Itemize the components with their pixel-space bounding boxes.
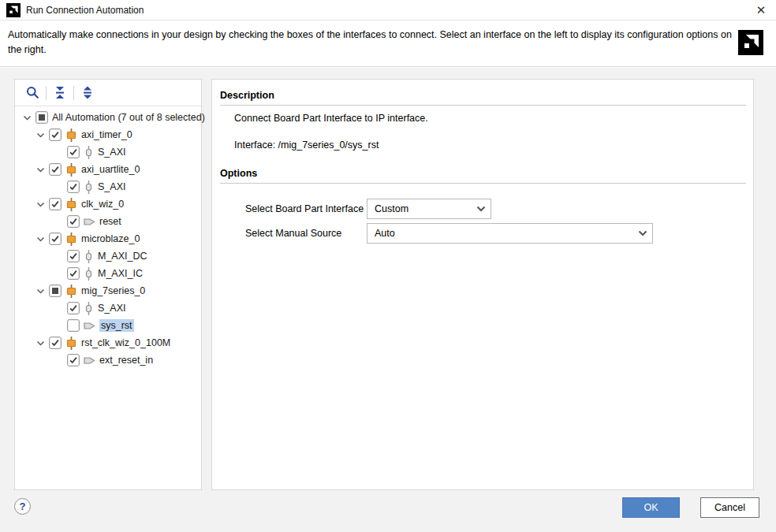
tree-toolbar — [15, 80, 201, 106]
ip-icon — [65, 198, 77, 211]
close-icon[interactable]: ✕ — [752, 2, 770, 19]
chevron-down-icon[interactable] — [36, 339, 45, 348]
tree-row-axi-timer-0[interactable]: axi_timer_0 — [15, 126, 201, 143]
chevron-down-icon[interactable] — [36, 131, 45, 140]
manual-source-row: Select Manual Source Auto — [245, 223, 653, 244]
checked-checkbox[interactable] — [67, 354, 80, 366]
tree-row-ext-reset-in[interactable]: ext_reset_in — [15, 352, 201, 369]
manual-source-label: Select Manual Source — [245, 228, 367, 239]
tree-row-sys-rst[interactable]: sys_rst — [15, 317, 201, 334]
title-bar: Run Connection Automation ✕ — [0, 0, 776, 20]
pin-icon — [84, 355, 95, 366]
checked-checkbox[interactable] — [49, 128, 62, 141]
tree-row-s-axi[interactable]: S_AXI — [15, 143, 201, 161]
checked-checkbox[interactable] — [49, 163, 62, 176]
ok-button[interactable]: OK — [622, 497, 680, 518]
tree-item-label[interactable]: S_AXI — [98, 303, 125, 314]
tree-row-m-axi-dc[interactable]: M_AXI_DC — [15, 247, 201, 265]
automation-tree-panel: All Automation (7 out of 8 selected)axi_… — [14, 79, 202, 490]
tree-item-label[interactable]: S_AXI — [98, 181, 125, 192]
chevron-down-icon[interactable] — [36, 287, 45, 296]
description-text: Connect Board Part Interface to IP inter… — [234, 113, 428, 124]
ip-icon — [65, 233, 77, 246]
ip-icon — [65, 128, 77, 142]
tree-item-label[interactable]: M_AXI_IC — [98, 268, 143, 279]
checked-checkbox[interactable] — [67, 215, 80, 228]
tree-item-label[interactable]: sys_rst — [99, 319, 134, 332]
help-button[interactable]: ? — [14, 498, 31, 515]
manual-source-value: Auto — [375, 228, 638, 239]
tree-item-label[interactable]: clk_wiz_0 — [81, 199, 124, 210]
checked-checkbox[interactable] — [49, 198, 62, 210]
tree-row-all-automation-7-out-of-8-selected[interactable]: All Automation (7 out of 8 selected) — [15, 109, 201, 126]
checked-checkbox[interactable] — [67, 180, 80, 193]
automation-tree: All Automation (7 out of 8 selected)axi_… — [15, 106, 201, 369]
configuration-panel: Description Connect Board Part Interface… — [211, 79, 754, 490]
app-logo-icon — [6, 3, 21, 17]
checked-checkbox[interactable] — [67, 267, 80, 280]
checked-checkbox[interactable] — [67, 146, 80, 158]
checked-checkbox[interactable] — [67, 250, 80, 262]
intf-icon — [84, 267, 94, 281]
tree-row-mig-7series-0[interactable]: mig_7series_0 — [15, 282, 201, 299]
board-part-interface-value: Custom — [375, 203, 476, 214]
intf-icon — [84, 302, 94, 315]
dialog-instructions: Automatically make connections in your d… — [8, 28, 732, 58]
help-icon: ? — [20, 500, 26, 512]
tree-row-m-axi-ic[interactable]: M_AXI_IC — [15, 265, 201, 282]
board-part-interface-select[interactable]: Custom — [367, 199, 491, 219]
checked-checkbox[interactable] — [49, 233, 62, 245]
partial-checkbox[interactable] — [49, 285, 62, 297]
tree-item-label[interactable]: All Automation (7 out of 8 selected) — [52, 112, 205, 123]
tree-row-clk-wiz-0[interactable]: clk_wiz_0 — [15, 195, 201, 213]
tree-item-label[interactable]: rst_clk_wiz_0_100M — [81, 337, 170, 348]
toolbar-separator — [46, 86, 47, 100]
tree-row-rst-clk-wiz-0-100m[interactable]: rst_clk_wiz_0_100M — [15, 334, 201, 352]
chevron-down-icon[interactable] — [36, 200, 45, 209]
checked-checkbox[interactable] — [49, 337, 62, 349]
chevron-down-icon — [638, 230, 647, 236]
pin-icon — [84, 217, 95, 227]
tree-row-microblaze-0[interactable]: microblaze_0 — [15, 230, 201, 247]
partial-checkbox[interactable] — [35, 111, 48, 124]
manual-source-select[interactable]: Auto — [367, 223, 653, 244]
description-heading: Description — [220, 90, 746, 106]
dialog-header: Automatically make connections in your d… — [0, 21, 776, 67]
ip-icon — [65, 337, 77, 350]
search-icon[interactable] — [21, 83, 43, 103]
board-part-interface-label: Select Board Part Interface — [245, 203, 367, 214]
tree-item-label[interactable]: S_AXI — [98, 147, 125, 158]
tree-row-axi-uartlite-0[interactable]: axi_uartlite_0 — [15, 161, 201, 178]
tree-item-label[interactable]: axi_uartlite_0 — [81, 164, 140, 175]
tree-item-label[interactable]: ext_reset_in — [99, 355, 153, 366]
window-title: Run Connection Automation — [26, 5, 144, 16]
tree-item-label[interactable]: axi_timer_0 — [81, 129, 132, 140]
options-heading: Options — [220, 168, 746, 184]
pin-icon — [84, 321, 95, 331]
chevron-down-icon[interactable] — [23, 113, 32, 122]
toolbar-separator — [73, 86, 74, 100]
intf-icon — [84, 250, 94, 263]
ip-icon — [65, 285, 77, 298]
expand-all-icon[interactable] — [76, 83, 99, 103]
tree-item-label[interactable]: mig_7series_0 — [81, 285, 145, 296]
interface-path-text: Interface: /mig_7series_0/sys_rst — [234, 140, 379, 151]
unchecked-checkbox[interactable] — [67, 319, 80, 332]
tree-item-label[interactable]: reset — [99, 216, 121, 227]
brand-logo-icon — [738, 30, 763, 55]
chevron-down-icon[interactable] — [36, 166, 45, 174]
chevron-down-icon — [476, 206, 486, 212]
chevron-down-icon[interactable] — [36, 235, 45, 244]
board-part-interface-row: Select Board Part Interface Custom — [245, 199, 491, 219]
tree-item-label[interactable]: M_AXI_DC — [98, 251, 147, 262]
tree-row-s-axi[interactable]: S_AXI — [15, 178, 201, 195]
intf-icon — [84, 180, 94, 194]
intf-icon — [84, 146, 94, 159]
checked-checkbox[interactable] — [67, 302, 80, 314]
tree-row-s-axi[interactable]: S_AXI — [15, 299, 201, 317]
ip-icon — [65, 163, 77, 177]
tree-row-reset[interactable]: reset — [15, 213, 201, 230]
collapse-all-icon[interactable] — [49, 83, 71, 103]
cancel-button[interactable]: Cancel — [700, 497, 759, 518]
tree-item-label[interactable]: microblaze_0 — [81, 233, 140, 244]
